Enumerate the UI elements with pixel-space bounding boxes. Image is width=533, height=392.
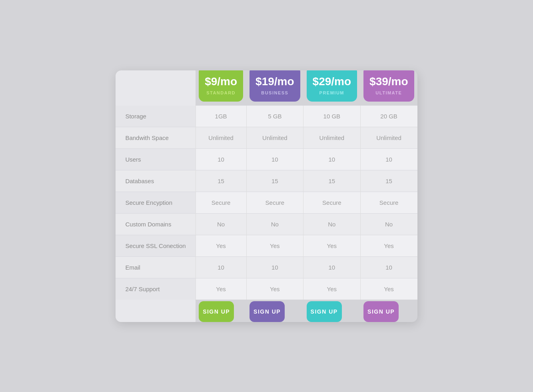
standard-plan-card: $9/mo STANDARD xyxy=(199,70,243,102)
feature-value: Unlimited xyxy=(360,127,417,148)
feature-value: Yes xyxy=(360,235,417,256)
business-price: $19/mo xyxy=(256,75,294,88)
standard-signup-button[interactable]: SIGN UP xyxy=(199,301,234,322)
feature-value: Secure xyxy=(303,192,361,213)
feature-label: Email xyxy=(116,256,196,278)
feature-label: 24/7 Support xyxy=(116,278,196,300)
feature-row: Storage1GB5 GB10 GB20 GB xyxy=(116,106,417,127)
feature-row: Bandwith SpaceUnlimitedUnlimitedUnlimite… xyxy=(116,127,417,148)
ultimate-header-cell: $39/mo ULTIMATE xyxy=(360,70,417,106)
feature-value: 15 xyxy=(196,170,246,192)
feature-value: 10 xyxy=(303,148,361,170)
pricing-table: $9/mo STANDARD $19/mo BUSINESS $29/mo PR… xyxy=(116,70,417,322)
feature-label: Custom Domains xyxy=(116,213,196,235)
ultimate-signup-cell: SIGN UP xyxy=(360,300,417,322)
feature-value: 10 xyxy=(360,256,417,278)
feature-label: Databases xyxy=(116,170,196,192)
feature-value: 15 xyxy=(360,170,417,192)
feature-value: 1GB xyxy=(196,106,246,127)
feature-value: 20 GB xyxy=(360,106,417,127)
ultimate-plan-card: $39/mo ULTIMATE xyxy=(363,70,414,102)
business-header-cell: $19/mo BUSINESS xyxy=(246,70,303,106)
standard-signup-cell: SIGN UP xyxy=(196,300,246,322)
feature-value: No xyxy=(360,213,417,235)
premium-plan-card: $29/mo PREMIUM xyxy=(307,70,357,102)
feature-value: Yes xyxy=(360,278,417,300)
feature-value: Unlimited xyxy=(196,127,246,148)
feature-value: Unlimited xyxy=(303,127,361,148)
pricing-table-container: $9/mo STANDARD $19/mo BUSINESS $29/mo PR… xyxy=(116,70,417,322)
feature-row: Databases15151515 xyxy=(116,170,417,192)
feature-label: Secure SSL Conection xyxy=(116,235,196,256)
feature-label: Users xyxy=(116,148,196,170)
standard-header-cell: $9/mo STANDARD xyxy=(196,70,246,106)
feature-row: Users10101010 xyxy=(116,148,417,170)
empty-header-cell xyxy=(116,70,196,106)
business-signup-button[interactable]: SIGN UP xyxy=(250,301,285,322)
feature-value: Secure xyxy=(246,192,303,213)
feature-value: 10 GB xyxy=(303,106,361,127)
standard-name: STANDARD xyxy=(205,90,237,95)
business-name: BUSINESS xyxy=(256,90,294,95)
footer-row: SIGN UP SIGN UP SIGN UP SIGN UP xyxy=(116,300,417,322)
premium-price: $29/mo xyxy=(313,75,351,88)
feature-value: 15 xyxy=(246,170,303,192)
feature-value: No xyxy=(303,213,361,235)
feature-row: Secure SSL ConectionYesYesYesYes xyxy=(116,235,417,256)
feature-value: 10 xyxy=(196,256,246,278)
feature-row: Custom DomainsNoNoNoNo xyxy=(116,213,417,235)
feature-label: Bandwith Space xyxy=(116,127,196,148)
feature-value: 10 xyxy=(303,256,361,278)
premium-header-cell: $29/mo PREMIUM xyxy=(303,70,361,106)
ultimate-signup-button[interactable]: SIGN UP xyxy=(363,301,399,322)
feature-value: Yes xyxy=(303,235,361,256)
feature-value: No xyxy=(196,213,246,235)
feature-value: Unlimited xyxy=(246,127,303,148)
footer-empty-cell xyxy=(116,300,196,322)
feature-row: Email10101010 xyxy=(116,256,417,278)
ultimate-price: $39/mo xyxy=(369,75,408,88)
feature-value: 10 xyxy=(360,148,417,170)
feature-value: 15 xyxy=(303,170,361,192)
feature-value: 10 xyxy=(196,148,246,170)
feature-row: Secure EncyptionSecureSecureSecureSecure xyxy=(116,192,417,213)
feature-label: Storage xyxy=(116,106,196,127)
feature-value: No xyxy=(246,213,303,235)
feature-value: Yes xyxy=(303,278,361,300)
premium-signup-cell: SIGN UP xyxy=(303,300,361,322)
feature-value: 10 xyxy=(246,256,303,278)
feature-value: 10 xyxy=(246,148,303,170)
standard-price: $9/mo xyxy=(205,75,237,88)
feature-label: Secure Encyption xyxy=(116,192,196,213)
feature-value: Yes xyxy=(196,278,246,300)
premium-name: PREMIUM xyxy=(313,90,351,95)
plan-header-row: $9/mo STANDARD $19/mo BUSINESS $29/mo PR… xyxy=(116,70,417,106)
feature-value: Yes xyxy=(246,278,303,300)
feature-value: Secure xyxy=(360,192,417,213)
ultimate-name: ULTIMATE xyxy=(369,90,408,95)
feature-value: Yes xyxy=(196,235,246,256)
business-plan-card: $19/mo BUSINESS xyxy=(250,70,300,102)
feature-value: Secure xyxy=(196,192,246,213)
feature-value: 5 GB xyxy=(246,106,303,127)
feature-row: 24/7 SupportYesYesYesYes xyxy=(116,278,417,300)
business-signup-cell: SIGN UP xyxy=(246,300,303,322)
feature-value: Yes xyxy=(246,235,303,256)
premium-signup-button[interactable]: SIGN UP xyxy=(307,301,342,322)
